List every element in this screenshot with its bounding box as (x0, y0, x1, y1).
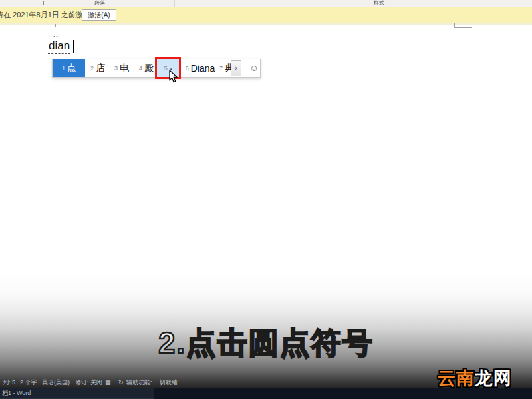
taskbar: 档1 - Word (0, 388, 532, 399)
chevron-right-icon: › (235, 64, 237, 72)
candidate-number: 6 (186, 65, 189, 72)
dialog-launcher-icon[interactable] (168, 1, 172, 5)
emoji-picker-icon[interactable]: ☺ (247, 59, 261, 77)
ribbon-group-styles: 样式 (364, 0, 394, 7)
ribbon-group-paragraph: 段落 (85, 0, 114, 7)
candidate-number: 2 (90, 65, 94, 72)
ime-candidate-1[interactable]: 1 点 (53, 59, 85, 77)
candidate-text: 店 (96, 63, 105, 74)
candidate-number: 1 (62, 65, 65, 72)
candidate-text: 点 (67, 63, 76, 74)
accessibility-icon: ↻ (118, 378, 124, 388)
ime-separator (245, 61, 245, 75)
ime-expand-button[interactable]: › (231, 60, 241, 76)
dialog-launcher-icon[interactable] (40, 1, 44, 5)
tutorial-caption: 2.点击圆点符号 (0, 323, 532, 363)
macro-icon[interactable]: ▦ (105, 378, 111, 388)
candidate-number: 7 (219, 65, 223, 72)
mouse-cursor-icon (169, 70, 179, 84)
ime-composition-text: dian (48, 39, 70, 54)
activate-button[interactable]: 激活(A) (82, 9, 116, 21)
ribbon-separator (174, 0, 175, 7)
taskbar-window-title: 档1 - Word (2, 388, 31, 399)
taskbar-word-button[interactable]: 档1 - Word (0, 388, 154, 399)
status-language[interactable]: 英语(美国) (42, 378, 70, 388)
activation-bar: 请在 2021年8月1日 之前激活。 激活(A) (0, 7, 532, 23)
ime-candidate-6[interactable]: 6 Diana (182, 59, 218, 77)
candidate-number: 3 (114, 65, 118, 72)
document-pre-text: .. (53, 31, 59, 39)
status-bar: 列: 5 2 个字 英语(美国) 修订: 关闭 ▦ ↻ 辅助功能: 一切就绪 (0, 378, 532, 388)
candidate-number: 4 (139, 65, 142, 72)
status-word-count[interactable]: 2 个字 (20, 378, 37, 388)
status-column[interactable]: 列: 5 (3, 378, 15, 388)
text-boundary-mark-left (55, 24, 56, 27)
candidate-text: Diana (191, 63, 215, 74)
ime-candidate-4[interactable]: 4 殿 (136, 59, 157, 77)
ime-candidate-3[interactable]: 3 电 (111, 59, 132, 77)
status-track-changes[interactable]: 修订: 关闭 (75, 378, 102, 388)
ime-candidate-2[interactable]: 2 店 (87, 59, 108, 77)
candidate-text: 电 (120, 63, 129, 74)
text-caret (73, 40, 74, 53)
status-accessibility[interactable]: 辅助功能: 一切就绪 (126, 378, 178, 388)
candidate-text: 殿 (144, 63, 154, 74)
text-boundary-mark-right-h (454, 27, 472, 28)
activation-bar-edge (0, 23, 532, 25)
